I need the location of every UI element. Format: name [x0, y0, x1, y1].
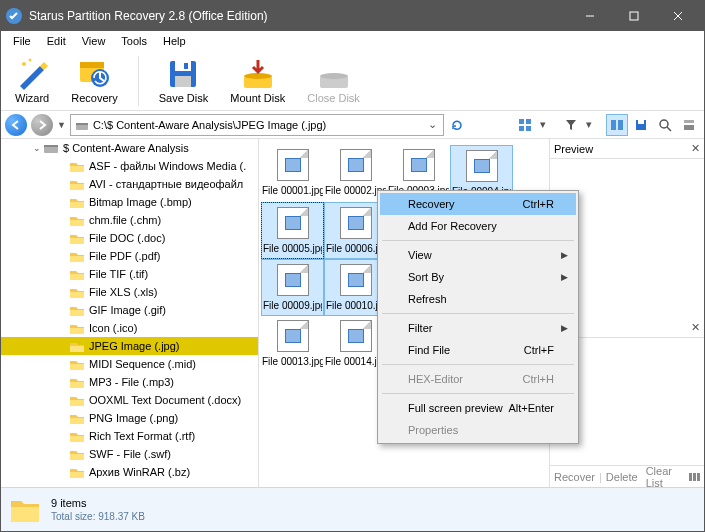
collapse-icon[interactable]: ⌄: [31, 143, 43, 153]
svg-point-6: [29, 58, 32, 61]
save-toolbar-button[interactable]: [630, 114, 652, 136]
view-mode-button[interactable]: [514, 114, 536, 136]
svg-rect-25: [618, 120, 623, 130]
tree-item[interactable]: OOXML Text Document (.docx): [1, 391, 258, 409]
close-disk-label: Close Disk: [307, 92, 360, 104]
tree-item[interactable]: GIF Image (.gif): [1, 301, 258, 319]
minimize-button[interactable]: [568, 1, 612, 31]
tree-item[interactable]: SWF - File (.swf): [1, 445, 258, 463]
maximize-button[interactable]: [612, 1, 656, 31]
mount-disk-button[interactable]: Mount Disk: [224, 56, 291, 106]
tree-item[interactable]: File DOC (.doc): [1, 229, 258, 247]
tree-item[interactable]: Icon (.ico): [1, 319, 258, 337]
file-item[interactable]: File 00009.jpg: [261, 259, 324, 316]
svg-rect-33: [44, 145, 58, 147]
tree-item[interactable]: Rich Text Format (.rtf): [1, 427, 258, 445]
tree-item[interactable]: chm.file (.chm): [1, 211, 258, 229]
close-icon[interactable]: ✕: [691, 321, 700, 334]
wizard-button[interactable]: Wizard: [9, 56, 55, 106]
ctx-filter[interactable]: Filter ▶: [380, 317, 576, 339]
nav-back-button[interactable]: [5, 114, 27, 136]
ctx-sort[interactable]: Sort By ▶: [380, 266, 576, 288]
ctx-properties[interactable]: Properties: [380, 419, 576, 441]
menu-tools[interactable]: Tools: [113, 33, 155, 49]
menu-edit[interactable]: Edit: [39, 33, 74, 49]
close-disk-icon: [318, 58, 350, 90]
file-item[interactable]: File 00013.jpg: [261, 316, 324, 371]
options-button[interactable]: [678, 114, 700, 136]
svg-rect-8: [80, 62, 104, 68]
tree-item-label: GIF Image (.gif): [89, 304, 166, 316]
recovery-button[interactable]: Recovery: [65, 56, 123, 106]
folder-icon: [69, 232, 85, 245]
chevron-down-icon[interactable]: ▾: [584, 118, 594, 131]
tree-item-label: OOXML Text Document (.docx): [89, 394, 241, 406]
path-text: C:\$ Content-Aware Analysis\JPEG Image (…: [93, 119, 425, 131]
close-icon[interactable]: ✕: [691, 142, 700, 155]
ctx-find[interactable]: Find File Ctrl+F: [380, 339, 576, 361]
ctx-sort-label: Sort By: [408, 271, 444, 283]
preview-header: Preview ✕: [550, 139, 704, 159]
tree-item[interactable]: AVI - стандартные видеофайл: [1, 175, 258, 193]
refresh-button[interactable]: [448, 116, 466, 134]
tree-item[interactable]: MIDI Sequence (.mid): [1, 355, 258, 373]
svg-rect-12: [175, 76, 191, 87]
file-name: File 00001.jpg: [262, 185, 323, 196]
clear-link[interactable]: Clear List: [646, 465, 680, 489]
ctx-separator: [382, 393, 574, 394]
tree-panel[interactable]: ⌄ $ Content-Aware Analysis ASF - файлы W…: [1, 139, 259, 487]
ctx-recovery[interactable]: Recovery Ctrl+R: [380, 193, 576, 215]
folder-icon: [69, 286, 85, 299]
save-disk-button[interactable]: Save Disk: [153, 56, 215, 106]
ctx-add-recovery[interactable]: Add For Recovery: [380, 215, 576, 237]
tree-item[interactable]: JPEG Image (.jpg): [1, 337, 258, 355]
ctx-fullscreen-shortcut: Alt+Enter: [508, 402, 554, 414]
recovery-actions: Recover | Delete Clear List: [550, 465, 704, 487]
ctx-refresh[interactable]: Refresh: [380, 288, 576, 310]
mount-disk-icon: [242, 58, 274, 90]
tree-item-label: File DOC (.doc): [89, 232, 165, 244]
ctx-fullscreen[interactable]: Full screen preview Alt+Enter: [380, 397, 576, 419]
search-toolbar-button[interactable]: [654, 114, 676, 136]
menu-file[interactable]: File: [5, 33, 39, 49]
svg-rect-27: [638, 120, 644, 124]
list-options-icon[interactable]: [688, 471, 700, 483]
tree-root[interactable]: ⌄ $ Content-Aware Analysis: [1, 139, 258, 157]
menu-help[interactable]: Help: [155, 33, 194, 49]
context-menu: Recovery Ctrl+R Add For Recovery View ▶ …: [377, 190, 579, 444]
ctx-hex[interactable]: HEX-Editor Ctrl+H: [380, 368, 576, 390]
nav-history-dropdown-icon[interactable]: ▼: [57, 120, 66, 130]
tree-item[interactable]: File XLS (.xls): [1, 283, 258, 301]
tree-item[interactable]: File TIF (.tif): [1, 265, 258, 283]
tree-item[interactable]: PNG Image (.png): [1, 409, 258, 427]
path-combo[interactable]: C:\$ Content-Aware Analysis\JPEG Image (…: [70, 114, 444, 136]
delete-link[interactable]: Delete: [606, 471, 638, 483]
menu-view[interactable]: View: [74, 33, 114, 49]
tree-item[interactable]: Bitmap Image (.bmp): [1, 193, 258, 211]
chevron-down-icon[interactable]: ⌄: [425, 118, 439, 131]
preview-toggle-button[interactable]: [606, 114, 628, 136]
nav-forward-button[interactable]: [31, 114, 53, 136]
tree-item-label: SWF - File (.swf): [89, 448, 171, 460]
recover-link[interactable]: Recover: [554, 471, 595, 483]
close-button[interactable]: [656, 1, 700, 31]
folder-icon: [69, 340, 85, 353]
tree-item[interactable]: MP3 - File (.mp3): [1, 373, 258, 391]
toolbar-separator: [138, 56, 139, 106]
file-item[interactable]: File 00005.jpg: [261, 202, 324, 259]
tree-item[interactable]: File PDF (.pdf): [1, 247, 258, 265]
folder-icon: [9, 495, 41, 525]
status-size: Total size: 918.37 KB: [51, 511, 145, 522]
chevron-down-icon[interactable]: ▾: [538, 118, 548, 131]
main-toolbar: Wizard Recovery Save Disk Mount Disk Clo…: [1, 51, 704, 111]
ctx-view[interactable]: View ▶: [380, 244, 576, 266]
recovery-icon: [78, 58, 110, 90]
tree-item[interactable]: Архив WinRAR (.bz): [1, 463, 258, 481]
folder-icon: [69, 196, 85, 209]
close-disk-button[interactable]: Close Disk: [301, 56, 366, 106]
status-count: 9 items: [51, 497, 145, 509]
tree-item[interactable]: ASF - файлы Windows Media (.: [1, 157, 258, 175]
file-item[interactable]: File 00001.jpg: [261, 145, 324, 202]
ctx-filter-label: Filter: [408, 322, 432, 334]
filter-button[interactable]: [560, 114, 582, 136]
